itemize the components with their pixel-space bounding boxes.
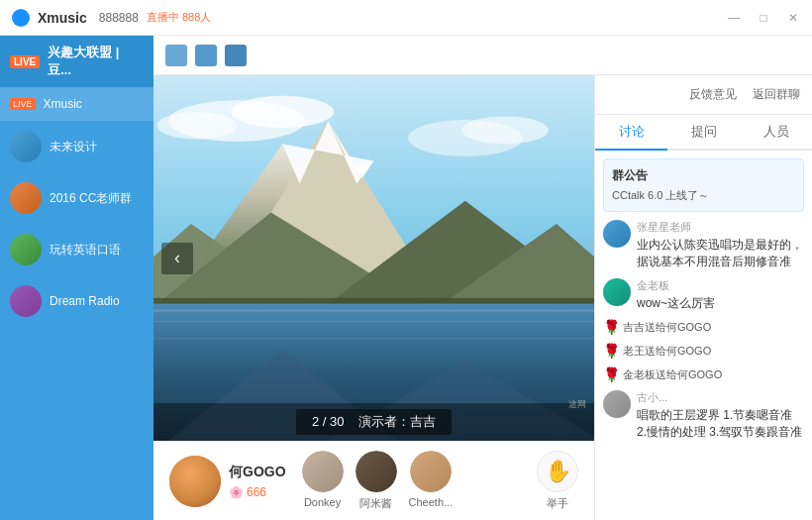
- chat-avatar: [603, 278, 631, 306]
- svg-point-2: [231, 96, 334, 128]
- right-top-bar: 反馈意见 返回群聊: [595, 75, 812, 115]
- chat-avatar: [603, 390, 631, 418]
- announcement-box: 群公告 CCtalk 6.0 上线了～: [603, 158, 804, 212]
- chat-message: 金老板 wow~这么厉害: [603, 278, 804, 312]
- chat-name: 张星星老师: [637, 220, 804, 235]
- audience-avatar-img: [410, 451, 452, 492]
- sidebar: LIVE 兴趣大联盟 | 豆... LIVE Xmusic 未来设计 2016 …: [0, 36, 153, 520]
- avatar: [10, 182, 42, 214]
- tab-discussion[interactable]: 讨论: [595, 115, 667, 151]
- audience-avatar: [355, 451, 397, 492]
- chat-name: 金老板: [637, 278, 804, 293]
- gift-icon: 🌹: [603, 319, 620, 335]
- app-logo: [12, 9, 30, 27]
- watermark: 途网: [568, 398, 586, 411]
- avatar: [10, 131, 42, 162]
- flower-icon: 🌸: [229, 485, 244, 499]
- video-bg-svg: [153, 75, 594, 441]
- chat-name: 古小...: [637, 390, 804, 405]
- sidebar-item-xmusic[interactable]: LIVE Xmusic: [0, 87, 153, 121]
- sidebar-items: LIVE Xmusic 未来设计 2016 CC老师群 玩转英语口语 Dream: [0, 87, 153, 520]
- sidebar-item-label: Dream Radio: [50, 294, 120, 308]
- sidebar-item-label: Xmusic: [44, 97, 82, 111]
- chat-text: 业内公认陈奕迅唱功是最好的，据说基本不用混音后期修音准: [637, 237, 804, 270]
- sidebar-item-english[interactable]: 玩转英语口语: [0, 224, 153, 275]
- feedback-link[interactable]: 反馈意见: [689, 86, 737, 103]
- raise-hand-button[interactable]: ✋: [537, 451, 578, 492]
- gift-row-1: 🌹 吉吉送给何GOGO: [603, 319, 804, 335]
- sidebar-item-label: 玩转英语口语: [50, 242, 121, 259]
- audience-avatar-img: [355, 451, 397, 492]
- sidebar-live-tag: LIVE: [10, 55, 40, 68]
- middle-section: ‹ 2 / 30 演示者：吉吉 途网: [153, 75, 812, 520]
- chat-message: 张星星老师 业内公认陈奕迅唱功是最好的，据说基本不用混音后期修音准: [603, 220, 804, 270]
- sidebar-header-text: 兴趣大联盟 | 豆...: [48, 44, 144, 79]
- title-bar: Xmusic 888888 直播中 888人 — □ ✕: [0, 0, 812, 36]
- host-avatar: [169, 456, 221, 507]
- swatch-1[interactable]: [165, 45, 187, 66]
- audience-list: Donkey 阿米酱: [302, 451, 521, 511]
- host-score: 🌸 666: [229, 485, 286, 499]
- tab-members[interactable]: 人员: [740, 115, 812, 149]
- maximize-button[interactable]: □: [757, 11, 770, 25]
- top-action-bar: [153, 36, 812, 75]
- return-link[interactable]: 返回群聊: [753, 86, 800, 103]
- title-bar-right: — □ ✕: [727, 11, 800, 25]
- video-frame: ‹ 2 / 30 演示者：吉吉 途网: [153, 75, 594, 441]
- swatch-3[interactable]: [225, 45, 247, 66]
- avatar: [10, 285, 42, 317]
- audience-item: Donkey: [302, 451, 344, 511]
- svg-rect-20: [153, 338, 594, 339]
- chat-message-last: 古小... 唱歌的王层逻界 1.节奏嗯音准 2.慢情的处理 3.驾驭节奏跟音准: [603, 390, 804, 441]
- gift-row-3: 🌹 金老板送给何GOGO: [603, 366, 804, 382]
- audience-item: Cheeth...: [409, 451, 454, 511]
- live-status: 直播中 888人: [147, 10, 211, 25]
- raise-hand-label: 举手: [547, 496, 568, 511]
- close-button[interactable]: ✕: [786, 11, 800, 25]
- raise-hand-section: ✋ 举手: [537, 451, 578, 511]
- sidebar-item-future-design[interactable]: 未来设计: [0, 121, 153, 172]
- sidebar-item-cc-group[interactable]: 2016 CC老师群: [0, 172, 153, 224]
- svg-rect-18: [153, 309, 594, 311]
- chat-content: 金老板 wow~这么厉害: [637, 278, 804, 312]
- audience-item: 阿米酱: [355, 451, 397, 511]
- slide-info: 2 / 30 演示者：吉吉: [296, 409, 452, 435]
- audience-avatar: [410, 451, 452, 492]
- announcement-title: 群公告: [612, 167, 795, 184]
- chat-avatar: [603, 220, 631, 248]
- gift-row-2: 🌹 老王送给何GOGO: [603, 343, 804, 359]
- sidebar-live-indicator: LIVE: [10, 98, 36, 110]
- svg-point-3: [156, 112, 237, 140]
- host-avatar-image: [169, 456, 221, 507]
- nav-arrow-left[interactable]: ‹: [161, 243, 193, 274]
- swatch-2[interactable]: [195, 45, 217, 66]
- gift-icon: 🌹: [603, 343, 620, 359]
- title-bar-left: Xmusic 888888 直播中 888人: [12, 9, 727, 27]
- host-name: 何GOGO: [229, 464, 286, 481]
- chat-text: 唱歌的王层逻界 1.节奏嗯音准 2.慢情的处理 3.驾驭节奏跟音准: [637, 407, 804, 441]
- chat-content: 古小... 唱歌的王层逻界 1.节奏嗯音准 2.慢情的处理 3.驾驭节奏跟音准: [637, 390, 804, 441]
- tab-question[interactable]: 提问: [667, 115, 740, 149]
- audience-name: Donkey: [304, 496, 341, 508]
- audience-avatar-img: [302, 451, 344, 492]
- svg-point-5: [461, 117, 549, 145]
- host-info: 何GOGO 🌸 666: [169, 456, 286, 507]
- content-area: ‹ 2 / 30 演示者：吉吉 途网: [153, 36, 812, 520]
- sidebar-item-label: 未来设计: [50, 139, 97, 156]
- avatar: [10, 234, 42, 265]
- chat-text: wow~这么厉害: [637, 295, 804, 312]
- audience-name: Cheeth...: [409, 496, 454, 508]
- audience-name: 阿米酱: [359, 496, 392, 511]
- main-container: LIVE 兴趣大联盟 | 豆... LIVE Xmusic 未来设计 2016 …: [0, 36, 812, 520]
- app-title: Xmusic: [38, 10, 87, 26]
- audience-avatar: [302, 451, 344, 492]
- host-details: 何GOGO 🌸 666: [229, 464, 286, 499]
- announcement-text: CCtalk 6.0 上线了～: [612, 188, 795, 203]
- video-overlay: 2 / 30 演示者：吉吉: [153, 403, 594, 441]
- live-id: 888888: [99, 11, 139, 25]
- user-bar: 何GOGO 🌸 666 Do: [153, 441, 594, 520]
- minimize-button[interactable]: —: [727, 11, 741, 25]
- sidebar-item-dream-radio[interactable]: Dream Radio: [0, 275, 153, 327]
- chat-area: 群公告 CCtalk 6.0 上线了～ 张星星老师 业内公认陈奕迅唱功是最好的，…: [595, 151, 812, 520]
- sidebar-header: LIVE 兴趣大联盟 | 豆...: [0, 36, 153, 87]
